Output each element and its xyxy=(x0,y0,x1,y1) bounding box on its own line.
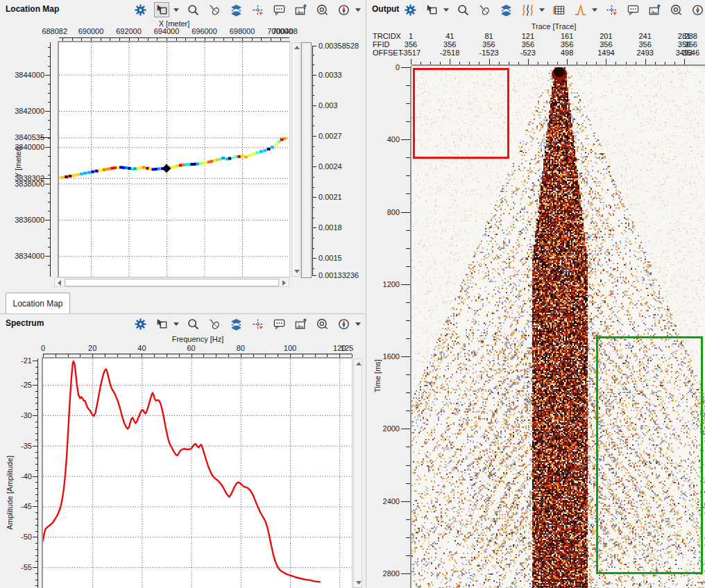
spectrum-plot-frame xyxy=(42,357,352,588)
trace-header-row-label: TRCIDX xyxy=(373,32,401,40)
scroll-down-arrow-icon[interactable] xyxy=(294,270,300,273)
y-tick-label: -21 xyxy=(21,356,32,365)
colorbar-tick-label: 0.00133236 xyxy=(318,271,359,279)
select-region-icon[interactable] xyxy=(154,316,169,331)
spectrum-panel: Spectrum Frequency [Hz] Amplitude [Ampli… xyxy=(0,314,366,588)
axis-tick xyxy=(450,59,450,64)
panel-title: Output xyxy=(372,4,399,14)
y-tick-label: 3834000 xyxy=(15,252,44,260)
actual-size-icon[interactable] xyxy=(314,2,330,17)
axis-tick xyxy=(35,464,37,465)
scroll-up-arrow-icon[interactable] xyxy=(356,362,362,365)
dropdown-caret-icon[interactable] xyxy=(173,8,179,12)
zoom-magnifier-icon[interactable] xyxy=(455,2,470,17)
pick-crosshair-icon[interactable] xyxy=(250,2,265,17)
axis-tick xyxy=(48,75,50,76)
tab-location-map[interactable]: Location Map xyxy=(6,293,70,313)
axis-tick xyxy=(35,561,37,562)
layers-icon[interactable] xyxy=(228,2,244,17)
map-vertical-scrollbar[interactable] xyxy=(291,42,300,277)
x-axis-title: Frequency [Hz] xyxy=(149,335,246,343)
time-tick-label: 0 xyxy=(396,63,400,71)
axis-tick xyxy=(312,218,314,218)
axis-tick xyxy=(48,93,50,94)
dropdown-caret-icon[interactable] xyxy=(355,322,361,326)
axis-tick xyxy=(312,197,314,198)
layers-icon[interactable] xyxy=(498,2,513,17)
selection-rect-red[interactable] xyxy=(413,68,509,158)
colorbar-tick-label: 0.0021 xyxy=(318,193,342,201)
pick-crosshair-icon[interactable] xyxy=(250,316,265,331)
scrollbar-thumb[interactable] xyxy=(65,279,279,286)
compass-icon[interactable] xyxy=(336,2,351,17)
spectrum-peak-icon[interactable] xyxy=(572,2,588,17)
select-region-icon[interactable] xyxy=(424,2,439,17)
x-tick-label: 100 xyxy=(284,344,296,352)
colorbar xyxy=(301,42,312,278)
output-panel: Output Trace [Trace] TRCIDX1418112116120… xyxy=(366,0,705,588)
trace-header-row-label: OFFSET xyxy=(373,49,402,57)
time-tick-label: 1200 xyxy=(383,280,400,288)
spectrum-plot[interactable] xyxy=(43,358,352,588)
compass-icon[interactable] xyxy=(690,2,705,17)
dropdown-caret-icon[interactable] xyxy=(355,8,361,12)
settings-gear-icon[interactable] xyxy=(133,2,148,17)
map-horizontal-scrollbar[interactable] xyxy=(54,277,289,287)
mouse-pan-icon[interactable] xyxy=(207,2,222,17)
export-image-icon[interactable] xyxy=(293,316,308,331)
x-tick-label: 690000 xyxy=(78,27,104,35)
axis-tick xyxy=(48,220,50,220)
dropdown-caret-icon[interactable] xyxy=(539,8,545,12)
trace-wiggle-icon[interactable] xyxy=(520,2,535,17)
axis-tick xyxy=(577,62,577,64)
scroll-down-arrow-icon[interactable] xyxy=(356,581,362,585)
axis-tick xyxy=(35,446,37,447)
actual-size-icon[interactable] xyxy=(314,316,330,331)
header-table-icon[interactable] xyxy=(551,2,566,17)
zoom-magnifier-icon[interactable] xyxy=(185,316,201,331)
comment-bubble-icon[interactable] xyxy=(271,316,287,331)
select-region-icon[interactable] xyxy=(154,2,169,17)
x-tick-label: 60 xyxy=(187,344,195,352)
zoom-magnifier-icon[interactable] xyxy=(185,2,201,17)
trace-header-value: 41 xyxy=(445,32,454,40)
pick-crosshair-icon[interactable] xyxy=(604,2,619,17)
mouse-pan-icon[interactable] xyxy=(207,316,222,331)
axis-tick xyxy=(35,403,37,404)
scroll-right-arrow-icon[interactable] xyxy=(282,280,286,286)
scroll-up-arrow-icon[interactable] xyxy=(294,46,300,49)
dropdown-caret-icon[interactable] xyxy=(592,8,597,12)
export-image-icon[interactable] xyxy=(293,2,308,17)
axis-tick xyxy=(35,379,37,379)
time-tick-label: 1600 xyxy=(383,352,400,361)
x-tick-label: 694000 xyxy=(154,27,180,35)
panel-title: Location Map xyxy=(6,4,59,14)
axis-tick xyxy=(312,46,316,46)
location-map-header: Location Map xyxy=(0,0,366,18)
selection-rect-green[interactable] xyxy=(596,336,702,574)
axis-tick xyxy=(35,537,37,537)
comment-bubble-icon[interactable] xyxy=(625,2,640,17)
comment-bubble-icon[interactable] xyxy=(271,2,287,17)
time-axis-title: Time [ms] xyxy=(373,359,382,392)
axis-tick xyxy=(312,116,314,116)
compass-icon[interactable] xyxy=(336,316,351,331)
axis-tick xyxy=(312,75,314,76)
layers-icon[interactable] xyxy=(228,316,244,331)
export-image-icon[interactable] xyxy=(647,2,662,17)
axis-tick xyxy=(312,85,314,86)
axis-tick xyxy=(312,268,314,269)
axis-tick xyxy=(35,573,37,574)
scroll-left-arrow-icon[interactable] xyxy=(58,280,61,286)
settings-gear-icon[interactable] xyxy=(402,2,418,17)
settings-gear-icon[interactable] xyxy=(133,316,148,331)
dropdown-caret-icon[interactable] xyxy=(173,322,179,326)
actual-size-icon[interactable] xyxy=(668,2,683,17)
spectrum-vertical-scrollbar[interactable] xyxy=(353,358,362,588)
mouse-pan-icon[interactable] xyxy=(477,2,492,17)
x-tick-label-overlap: 700408 xyxy=(272,27,298,35)
dropdown-caret-icon[interactable] xyxy=(443,8,449,12)
axis-tick xyxy=(40,178,50,179)
colorbar-tick-label: 0.0018 xyxy=(318,223,342,232)
location-map-plot[interactable] xyxy=(59,42,289,277)
